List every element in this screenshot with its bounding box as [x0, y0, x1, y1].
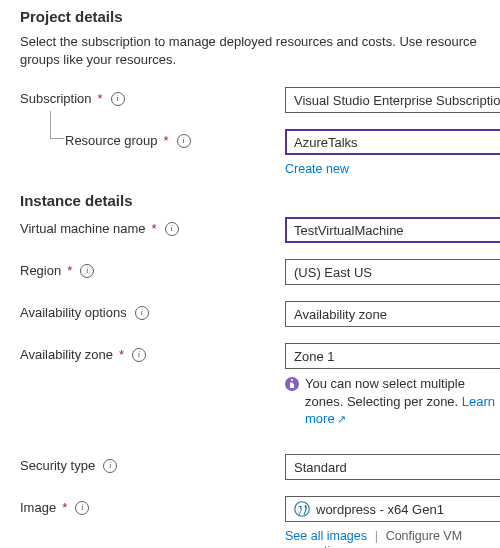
external-link-icon: ↗ [337, 413, 346, 425]
image-label: Image* [20, 496, 285, 515]
security-type-dropdown[interactable]: Standard [285, 454, 500, 480]
create-new-link[interactable]: Create new [285, 162, 349, 176]
see-all-images-link[interactable]: See all images [285, 529, 367, 543]
info-icon[interactable] [80, 264, 94, 278]
availability-options-dropdown[interactable]: Availability zone [285, 301, 500, 327]
vm-name-input[interactable]: TestVirtualMachine [285, 217, 500, 243]
instance-details-heading: Instance details [20, 192, 500, 209]
availability-zone-label: Availability zone* [20, 343, 285, 362]
info-icon[interactable] [132, 348, 146, 362]
sparkle-icon [285, 377, 299, 391]
info-icon[interactable] [103, 459, 117, 473]
resource-group-label: Resource group* [20, 129, 285, 148]
info-icon[interactable] [177, 134, 191, 148]
resource-group-dropdown[interactable]: AzureTalks [285, 129, 500, 155]
image-dropdown[interactable]: wordpress - x64 Gen1 [285, 496, 500, 522]
subscription-dropdown[interactable]: Visual Studio Enterprise Subscription [285, 87, 500, 113]
wordpress-icon [294, 501, 310, 517]
availability-options-label: Availability options [20, 301, 285, 320]
security-type-label: Security type [20, 454, 285, 473]
project-details-heading: Project details [20, 8, 500, 25]
project-details-description: Select the subscription to manage deploy… [20, 33, 500, 69]
svg-point-0 [295, 502, 309, 516]
info-icon[interactable] [75, 501, 89, 515]
availability-zone-callout: You can now select multiple zones. Selec… [285, 375, 500, 428]
info-icon[interactable] [165, 222, 179, 236]
region-dropdown[interactable]: (US) East US [285, 259, 500, 285]
vm-name-label: Virtual machine name* [20, 217, 285, 236]
region-label: Region* [20, 259, 285, 278]
info-icon[interactable] [135, 306, 149, 320]
subscription-label: Subscription* [20, 87, 285, 106]
info-icon[interactable] [111, 92, 125, 106]
availability-zone-dropdown[interactable]: Zone 1 [285, 343, 500, 369]
